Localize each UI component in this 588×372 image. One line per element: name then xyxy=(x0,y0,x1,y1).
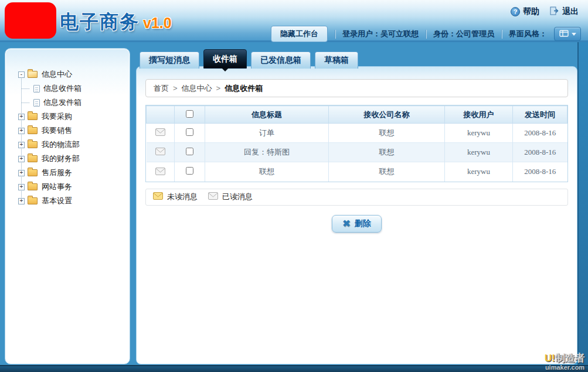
folder-icon xyxy=(28,113,38,120)
ui-style-dropdown[interactable] xyxy=(554,27,581,41)
read-legend-label: 已读消息 xyxy=(222,192,253,202)
exit-door-icon xyxy=(550,6,559,17)
sidebar-item-finance[interactable]: + 我的财务部 xyxy=(5,152,130,166)
sidebar-item-label: 网站事务 xyxy=(42,182,72,192)
help-label: 帮助 xyxy=(523,6,539,17)
chevron-down-icon xyxy=(572,33,576,36)
select-all-column-header xyxy=(175,106,205,124)
watermark-brand: U!制造者 xyxy=(545,353,585,364)
brand: 电子商务v1.0 xyxy=(60,9,172,35)
expand-icon[interactable]: + xyxy=(18,142,25,148)
sidebar-item-label: 信息中心 xyxy=(42,69,72,80)
message-time: 2008-8-16 xyxy=(513,124,567,143)
column-header-title: 信息标题 xyxy=(205,106,329,124)
layout-icon xyxy=(559,30,569,39)
tab-compose-message[interactable]: 撰写短消息 xyxy=(140,52,199,69)
delete-button[interactable]: ✖ 删除 xyxy=(332,215,381,233)
sidebar-item-message-inbox[interactable]: 信息收件箱 xyxy=(5,81,130,95)
read-envelope-icon xyxy=(208,192,218,202)
message-company: 联想 xyxy=(329,143,445,162)
sidebar-item-message-outbox[interactable]: 信息发件箱 xyxy=(5,95,130,110)
sidebar-item-after-sales[interactable]: + 售后服务 xyxy=(5,166,130,180)
app-title: 电子商务 xyxy=(60,11,140,32)
message-company: 联想 xyxy=(329,124,445,143)
sidebar-item-label: 我要采购 xyxy=(42,111,72,122)
exit-label: 退出 xyxy=(562,6,579,17)
sidebar-item-purchasing[interactable]: + 我要采购 xyxy=(5,110,130,124)
sidebar-item-label: 基本设置 xyxy=(42,196,72,206)
folder-icon xyxy=(28,127,38,134)
message-user: kerywu xyxy=(445,162,513,182)
expand-icon[interactable]: + xyxy=(18,198,25,204)
read-message-icon xyxy=(155,148,165,157)
breadcrumb-home[interactable]: 首页 xyxy=(154,83,169,94)
column-header-time: 发送时间 xyxy=(513,106,567,124)
divider xyxy=(335,30,335,39)
open-folder-icon xyxy=(28,71,38,78)
header-session-bar: 隐藏工作台 登录用户：吴可立联想 身份：公司管理员 界面风格： xyxy=(271,26,581,42)
folder-icon xyxy=(28,183,38,190)
login-user-text: 登录用户：吴可立联想 xyxy=(342,29,419,39)
collapse-icon[interactable]: - xyxy=(18,71,25,78)
sidebar-item-basic-settings[interactable]: + 基本设置 xyxy=(5,194,130,208)
expand-icon[interactable]: + xyxy=(18,184,25,190)
message-title: 联想 xyxy=(205,162,329,182)
header-utility-links: ? 帮助 退出 xyxy=(511,6,579,17)
read-message-icon xyxy=(155,168,165,177)
frame-bottom-edge xyxy=(0,365,588,372)
expand-icon[interactable]: + xyxy=(18,170,25,176)
sidebar-item-message-center[interactable]: - 信息中心 xyxy=(5,67,130,81)
message-user: kerywu xyxy=(445,124,513,143)
sidebar-item-logistics[interactable]: + 我的物流部 xyxy=(5,138,130,152)
folder-icon xyxy=(28,169,38,176)
unread-envelope-icon xyxy=(153,192,163,202)
frame-right-edge xyxy=(577,42,588,365)
row-checkbox[interactable] xyxy=(186,128,193,136)
hide-workbench-button[interactable]: 隐藏工作台 xyxy=(271,26,328,42)
delete-x-icon: ✖ xyxy=(342,218,350,229)
message-row[interactable]: 订单 联想 kerywu 2008-8-16 xyxy=(147,124,567,143)
expand-icon[interactable]: + xyxy=(18,156,25,162)
sidebar-item-label: 我的财务部 xyxy=(42,153,80,164)
message-user: kerywu xyxy=(445,143,513,162)
message-time: 2008-8-16 xyxy=(513,143,567,162)
column-header-user: 接收用户 xyxy=(445,106,513,124)
message-title: 订单 xyxy=(205,124,329,143)
tab-inbox[interactable]: 收件箱 xyxy=(203,49,247,69)
tab-drafts[interactable]: 草稿箱 xyxy=(315,52,358,69)
folder-icon xyxy=(28,197,38,204)
sidebar-item-label: 信息发件箱 xyxy=(43,97,81,108)
document-icon xyxy=(33,85,40,93)
exit-button[interactable]: 退出 xyxy=(550,6,579,17)
read-message-icon xyxy=(155,129,165,138)
breadcrumb-message-center[interactable]: 信息中心 xyxy=(182,83,212,94)
ui-style-label: 界面风格： xyxy=(509,29,547,39)
sidebar-item-selling[interactable]: + 我要销售 xyxy=(5,124,130,138)
message-row[interactable]: 回复：特斯图 联想 kerywu 2008-8-16 xyxy=(147,143,567,162)
message-title: 回复：特斯图 xyxy=(205,143,329,162)
sidebar-item-label: 我要销售 xyxy=(42,125,72,136)
breadcrumb: 首页 > 信息中心 > 信息收件箱 xyxy=(145,79,568,97)
sidebar: - 信息中心 信息收件箱 信息发件箱 + 我要采购 + 我要销售 xyxy=(5,48,130,364)
expand-icon[interactable]: + xyxy=(18,114,25,120)
document-icon xyxy=(33,99,40,107)
sidebar-item-site-affairs[interactable]: + 网站事务 xyxy=(5,180,130,194)
message-time: 2008-8-16 xyxy=(513,162,567,182)
message-row[interactable]: 联想 联想 kerywu 2008-8-16 xyxy=(147,162,567,182)
folder-icon xyxy=(28,155,38,162)
unread-legend-label: 未读消息 xyxy=(167,192,198,202)
select-all-checkbox[interactable] xyxy=(186,110,193,118)
status-icon-column-header xyxy=(147,106,175,124)
help-button[interactable]: ? 帮助 xyxy=(511,6,539,17)
divider xyxy=(501,30,502,39)
expand-icon[interactable]: + xyxy=(18,128,25,134)
tab-bar: 撰写短消息 收件箱 已发信息箱 草稿箱 xyxy=(140,49,358,69)
sidebar-item-label: 我的物流部 xyxy=(42,139,80,150)
tab-sent-messages[interactable]: 已发信息箱 xyxy=(251,52,311,69)
row-checkbox[interactable] xyxy=(186,167,193,175)
column-header-company: 接收公司名称 xyxy=(329,106,445,124)
sidebar-item-label: 售后服务 xyxy=(42,168,72,178)
folder-icon xyxy=(28,141,38,148)
row-checkbox[interactable] xyxy=(186,148,193,155)
watermark-site: uimaker.com xyxy=(545,364,585,371)
